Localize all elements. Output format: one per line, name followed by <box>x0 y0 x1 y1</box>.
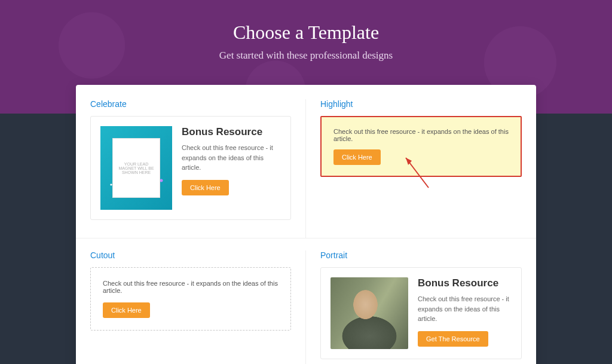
cutout-box: Check out this free resource - it expand… <box>90 267 291 331</box>
template-panel: Celebrate YOUR LEAD MAGNET WILL BE SHOWN… <box>76 85 536 364</box>
portrait-title: Bonus Resource <box>418 277 512 289</box>
highlight-desc: Check out this free resource - it expand… <box>333 128 509 142</box>
template-highlight[interactable]: Highlight Check out this free resource -… <box>306 99 536 238</box>
template-celebrate[interactable]: Celebrate YOUR LEAD MAGNET WILL BE SHOWN… <box>76 99 306 238</box>
template-cutout[interactable]: Cutout Check out this free resource - it… <box>76 250 306 364</box>
cutout-desc: Check out this free resource - it expand… <box>103 280 279 294</box>
celebrate-thumbnail: YOUR LEAD MAGNET WILL BE SHOWN HERE <box>100 126 172 210</box>
celebrate-placeholder-text: YOUR LEAD MAGNET WILL BE SHOWN HERE <box>112 138 160 198</box>
highlight-cta-button[interactable]: Click Here <box>333 149 381 165</box>
annotation-arrow-icon <box>399 152 434 194</box>
portrait-image <box>331 277 408 349</box>
template-name-cutout[interactable]: Cutout <box>90 250 291 260</box>
template-name-portrait[interactable]: Portrait <box>320 250 522 260</box>
portrait-desc: Check out this free resource - it expand… <box>418 294 512 324</box>
template-portrait[interactable]: Portrait Bonus Resource Check out this f… <box>306 250 536 364</box>
page-subtitle: Get started with these professional desi… <box>0 50 612 62</box>
portrait-cta-button[interactable]: Get The Resource <box>418 331 488 347</box>
celebrate-body: Bonus Resource Check out this free resou… <box>182 126 281 195</box>
cutout-cta-button[interactable]: Click Here <box>103 302 150 318</box>
page-title: Choose a Template <box>0 22 612 44</box>
template-grid: Celebrate YOUR LEAD MAGNET WILL BE SHOWN… <box>76 99 536 364</box>
template-name-highlight[interactable]: Highlight <box>320 99 522 109</box>
template-name-celebrate[interactable]: Celebrate <box>90 99 291 109</box>
celebrate-card: YOUR LEAD MAGNET WILL BE SHOWN HERE Bonu… <box>90 116 291 220</box>
celebrate-title: Bonus Resource <box>182 126 281 138</box>
portrait-body: Bonus Resource Check out this free resou… <box>418 277 512 347</box>
celebrate-desc: Check out this free resource - it expand… <box>182 143 281 173</box>
row-divider <box>76 238 536 238</box>
celebrate-cta-button[interactable]: Click Here <box>182 180 229 195</box>
portrait-card: Bonus Resource Check out this free resou… <box>320 267 522 359</box>
